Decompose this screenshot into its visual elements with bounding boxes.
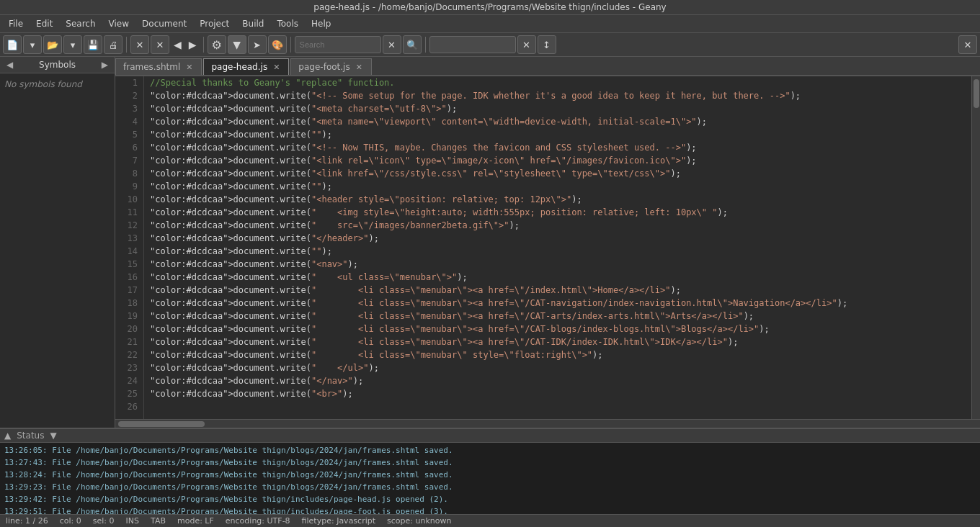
tab-page-head[interactable]: page-head.js ✕	[203, 58, 289, 75]
vscroll-thumb[interactable]	[974, 79, 979, 108]
replace-input[interactable]	[429, 36, 516, 53]
editor-area: frames.shtml ✕ page-head.js ✕ page-foot.…	[115, 57, 980, 428]
menu-tools[interactable]: Tools	[271, 17, 304, 31]
open-button[interactable]: 📂	[43, 35, 62, 54]
tab-page-head-label: page-head.js	[211, 62, 267, 72]
jump-button[interactable]: ↕	[538, 35, 556, 54]
menu-bar: File Edit Search View Document Project B…	[0, 15, 980, 33]
toolbar-sep2	[203, 37, 204, 53]
replace-clear-button[interactable]: ✕	[517, 35, 536, 54]
line-numbers: 1234567891011121314151617181920212223242…	[115, 76, 144, 419]
menu-file[interactable]: File	[3, 17, 29, 31]
code-content[interactable]: //Special thanks to Geany's "replace" fu…	[144, 76, 971, 419]
compile-button[interactable]: ⚙	[208, 35, 226, 54]
status-filetype: filetype: Javascript	[302, 516, 375, 526]
menu-search[interactable]: Search	[60, 17, 101, 31]
tab-page-foot-close[interactable]: ✕	[355, 63, 364, 72]
color-button[interactable]: 🎨	[268, 35, 287, 54]
menu-help[interactable]: Help	[306, 17, 337, 31]
sidebar-prev-btn[interactable]: ◀	[4, 59, 15, 71]
horizontal-scrollbar[interactable]	[115, 419, 980, 428]
status-ins: INS	[126, 516, 139, 526]
status-scope: scope: unknown	[387, 516, 451, 526]
status-line: line: 1 / 26	[6, 516, 48, 526]
status-tab: TAB	[151, 516, 166, 526]
title-text: page-head.js - /home/banjo/Documents/Pro…	[313, 2, 666, 12]
log-entry: 13:28:24: File /home/banjo/Documents/Pro…	[4, 469, 976, 481]
toolbar-sep1	[126, 37, 127, 53]
log-entry: 13:27:43: File /home/banjo/Documents/Pro…	[4, 456, 976, 469]
run2-button[interactable]: ➤	[248, 35, 267, 54]
toolbar: 📄 ▾ 📂 ▾ 💾 🖨 ✕ ✕ ◀ ▶ ⚙ ▼ ➤ 🎨 ✕ 🔍 ✕ ↕ ✕	[0, 33, 980, 57]
sidebar-header: ◀ Symbols ▶	[0, 57, 115, 73]
new-dropdown[interactable]: ▾	[23, 35, 42, 54]
tab-frames-close[interactable]: ✕	[184, 63, 194, 72]
menu-build[interactable]: Build	[236, 17, 270, 31]
print-button[interactable]: 🖨	[104, 35, 122, 54]
close2-button[interactable]: ✕	[958, 35, 977, 54]
tab-page-head-close[interactable]: ✕	[272, 63, 281, 72]
search-clear-button[interactable]: ✕	[383, 35, 401, 54]
status-encoding: encoding: UTF-8	[226, 516, 290, 526]
menu-project[interactable]: Project	[194, 17, 235, 31]
log-entry: 13:29:42: File /home/banjo/Documents/Pro…	[4, 493, 976, 505]
bottom-panel-down[interactable]: ▼	[50, 431, 56, 441]
save-button[interactable]: 💾	[84, 35, 102, 54]
vertical-scrollbar[interactable]	[971, 76, 980, 419]
tab-page-foot[interactable]: page-foot.js ✕	[290, 58, 372, 75]
search-go-button[interactable]: 🔍	[403, 35, 422, 54]
bottom-panel-up[interactable]: ▲	[4, 431, 11, 441]
log-entry: 13:26:05: File /home/banjo/Documents/Pro…	[4, 444, 976, 456]
tab-page-foot-label: page-foot.js	[298, 62, 349, 72]
menu-view[interactable]: View	[103, 17, 135, 31]
status-col: col: 0	[60, 516, 81, 526]
tab-frames[interactable]: frames.shtml ✕	[115, 58, 202, 75]
sidebar-title: Symbols	[39, 60, 76, 70]
search-input[interactable]	[295, 36, 381, 53]
tab-frames-label: frames.shtml	[123, 62, 180, 72]
main-area: ◀ Symbols ▶ No symbols found frames.shtm…	[0, 57, 980, 428]
title-bar: page-head.js - /home/banjo/Documents/Pro…	[0, 0, 980, 15]
bottom-panel: ▲ Status ▼ 13:26:05: File /home/banjo/Do…	[0, 428, 980, 514]
close-button[interactable]: ✕	[130, 35, 149, 54]
run-button[interactable]: ▼	[228, 35, 246, 54]
code-editor: 1234567891011121314151617181920212223242…	[115, 76, 980, 419]
undo-button[interactable]: ✕	[151, 35, 169, 54]
status-mode: mode: LF	[177, 516, 214, 526]
forward-button[interactable]: ▶	[186, 37, 200, 53]
tab-bar: frames.shtml ✕ page-head.js ✕ page-foot.…	[115, 57, 980, 76]
sidebar-next-btn[interactable]: ▶	[99, 59, 110, 71]
status-bar: line: 1 / 26 col: 0 sel: 0 INS TAB mode:…	[0, 514, 980, 527]
menu-edit[interactable]: Edit	[30, 17, 58, 31]
log-entry: 13:29:23: File /home/banjo/Documents/Pro…	[4, 481, 976, 493]
bottom-panel-header: ▲ Status ▼	[0, 429, 980, 443]
menu-document[interactable]: Document	[136, 17, 192, 31]
log-content: 13:26:05: File /home/banjo/Documents/Pro…	[0, 443, 980, 514]
status-sel: sel: 0	[93, 516, 115, 526]
toolbar-sep3	[290, 37, 291, 53]
new-button[interactable]: 📄	[3, 35, 22, 54]
back-button[interactable]: ◀	[171, 37, 184, 53]
open-dropdown[interactable]: ▾	[63, 35, 82, 54]
hscroll-thumb[interactable]	[118, 421, 205, 427]
log-entry: 13:29:51: File /home/banjo/Documents/Pro…	[4, 505, 976, 514]
sidebar-no-symbols: No symbols found	[0, 73, 115, 428]
sidebar: ◀ Symbols ▶ No symbols found	[0, 57, 115, 428]
bottom-panel-status-label: Status	[17, 431, 44, 441]
toolbar-sep4	[425, 37, 426, 53]
